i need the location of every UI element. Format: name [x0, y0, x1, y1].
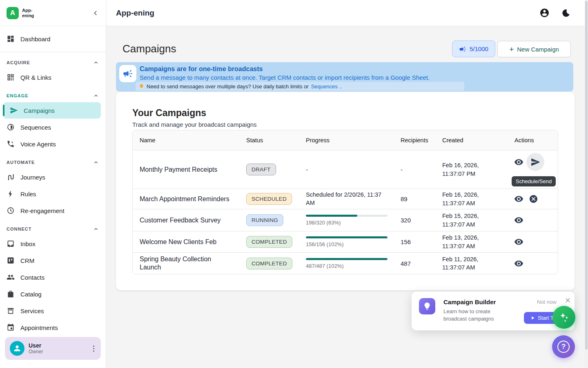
- app-title: App-ening: [116, 9, 154, 18]
- moon-icon: [561, 8, 571, 18]
- sidebar-item-journeys[interactable]: Journeys: [0, 169, 106, 185]
- app-logo-text: App- ening: [22, 8, 34, 18]
- progress-label: 487/487 (102%): [306, 263, 388, 269]
- view-button[interactable]: [512, 256, 526, 270]
- sidebar-divider: [0, 52, 106, 52]
- sidebar-item-inbox[interactable]: Inbox: [0, 236, 106, 252]
- sidebar-item-services[interactable]: Services: [0, 303, 106, 319]
- dashboard-icon: [7, 35, 15, 43]
- sidebar-item-label: Appointments: [20, 324, 58, 331]
- progress-bar: [306, 215, 357, 217]
- section-automate[interactable]: AUTOMATE: [0, 159, 106, 166]
- people-icon: [7, 273, 15, 281]
- campaigns-table: Name Status Progress Recipients Created …: [132, 130, 558, 274]
- quota-badge[interactable]: 5/1000: [452, 40, 495, 57]
- recipients-value: 320: [394, 209, 435, 231]
- play-icon: [530, 316, 535, 320]
- eye-icon: [514, 259, 523, 268]
- sidebar-logo-row: A App- ening: [0, 0, 106, 26]
- not-now-button[interactable]: Not now: [537, 299, 557, 305]
- sidebar-item-label: Dashboard: [20, 36, 50, 43]
- sequences-link[interactable]: Sequences: [311, 83, 338, 90]
- created-time: 11:37:07 AM: [442, 264, 475, 271]
- sidebar-item-label: Journeys: [20, 174, 45, 181]
- created-time: 11:37:07 AM: [442, 200, 475, 206]
- clock-icon: [7, 206, 15, 215]
- topbar: App-ening: [106, 0, 588, 26]
- ai-assistant-fab[interactable]: [552, 306, 575, 329]
- account-button[interactable]: [539, 8, 550, 18]
- new-campaign-button[interactable]: New Campaign: [497, 41, 571, 57]
- table-row: Monthly Payment Receipts DRAFT - - Feb 1…: [133, 150, 558, 189]
- campaign-name: March Appointment Reminders: [133, 189, 239, 209]
- progress: 198/320 (63%): [306, 215, 388, 226]
- sidebar-item-catalog[interactable]: Catalog: [0, 286, 106, 302]
- close-button[interactable]: [563, 296, 572, 305]
- section-connect[interactable]: CONNECT: [0, 226, 106, 232]
- scrollbar-thumb[interactable]: [585, 1, 588, 350]
- view-button[interactable]: [512, 192, 526, 206]
- progress-value: Scheduled for 2/20/26, 11:37 AM: [299, 189, 394, 209]
- tooltip: Schedule/Send: [512, 176, 556, 186]
- view-button[interactable]: [512, 213, 526, 227]
- sidebar-item-label: Campaigns: [24, 107, 55, 114]
- section-label: CONNECT: [7, 227, 31, 231]
- cancel-button[interactable]: [526, 192, 540, 206]
- help-fab[interactable]: [552, 335, 575, 358]
- sidebar-item-label: CRM: [20, 257, 34, 264]
- table-row: March Appointment Reminders SCHEDULED Sc…: [133, 189, 558, 209]
- banner-tip-text: Need to send messages over multiple days…: [147, 83, 309, 90]
- storefront-icon: [7, 307, 15, 315]
- megaphone-icon: [459, 45, 466, 53]
- section-label: ACQUIRE: [7, 60, 30, 65]
- chevron-up-icon: [93, 93, 99, 99]
- progress: 156/156 (102%): [306, 236, 388, 247]
- sidebar: A App- ening Dashboard ACQUIRE QR & Link…: [0, 0, 106, 368]
- sidebar-item-voice-agents[interactable]: Voice Agents: [0, 136, 106, 152]
- phone-icon: [7, 140, 15, 148]
- user-avatar: [10, 341, 24, 356]
- status-badge: COMPLETED: [246, 258, 292, 269]
- created-time: 11:37:07 AM: [442, 243, 475, 249]
- section-engage[interactable]: ENGAGE: [0, 92, 106, 99]
- sidebar-item-dashboard[interactable]: Dashboard: [0, 31, 106, 47]
- section-label: AUTOMATE: [7, 160, 35, 165]
- sidebar-item-campaigns[interactable]: Campaigns: [3, 102, 101, 119]
- sidebar-item-rules[interactable]: Rules: [0, 186, 106, 202]
- col-name: Name: [133, 130, 239, 150]
- progress-label: 156/156 (102%): [306, 241, 388, 247]
- sidebar-item-qr-links[interactable]: QR & Links: [0, 69, 106, 85]
- view-button[interactable]: [512, 155, 526, 169]
- shopping-bag-icon: [7, 290, 15, 298]
- created-date: Feb 11, 2026,: [442, 256, 478, 263]
- view-button[interactable]: [512, 235, 526, 249]
- timelapse-icon: [7, 123, 15, 131]
- campaign-name: Monthly Payment Receipts: [133, 150, 239, 188]
- schedule-send-button[interactable]: [526, 153, 544, 171]
- user-name: User: [29, 342, 43, 349]
- logo-line1: App-: [22, 8, 34, 13]
- lightbulb-icon: [139, 84, 144, 89]
- cancel-icon: [529, 194, 538, 204]
- kanban-icon: [7, 256, 15, 265]
- sidebar-item-sequences[interactable]: Sequences: [0, 119, 106, 135]
- sidebar-item-contacts[interactable]: Contacts: [0, 269, 106, 285]
- eye-icon: [514, 194, 523, 204]
- banner-tip: Need to send messages over multiple days…: [136, 82, 464, 91]
- quota-value: 5/1000: [470, 45, 488, 52]
- table-row: Customer Feedback Survey RUNNING 198/320…: [133, 209, 558, 231]
- status-badge: COMPLETED: [246, 236, 292, 248]
- user-card[interactable]: User Owner: [5, 337, 101, 360]
- status-badge: DRAFT: [246, 164, 276, 175]
- sidebar-item-label: Re-engagement: [20, 207, 65, 214]
- sidebar-item-reengagement[interactable]: Re-engagement: [0, 202, 106, 219]
- sidebar-item-label: Sequences: [20, 124, 51, 131]
- created-date: Feb 15, 2026,: [442, 213, 479, 219]
- dark-mode-toggle[interactable]: [561, 8, 571, 18]
- user-menu-button[interactable]: [91, 344, 96, 353]
- section-acquire[interactable]: ACQUIRE: [0, 59, 106, 66]
- created-time: 11:37:07 PM: [442, 171, 475, 177]
- sidebar-item-appointments[interactable]: Appointments: [0, 319, 106, 336]
- sidebar-item-crm[interactable]: CRM: [0, 252, 106, 269]
- sidebar-collapse-button[interactable]: [92, 9, 99, 17]
